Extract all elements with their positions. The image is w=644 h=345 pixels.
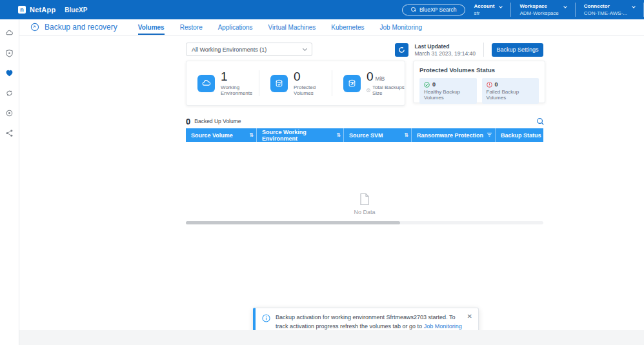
table-title-row: 0 Backed Up Volume <box>186 115 545 127</box>
search-label: BlueXP Search <box>419 6 457 13</box>
backup-settings-button[interactable]: Backup Settings <box>492 43 543 57</box>
stat-working-environments: 1 Working Environments <box>186 70 259 96</box>
tab-kubernetes[interactable]: Kubernetes <box>331 19 364 35</box>
column-label: Source Volume <box>191 132 233 139</box>
cloud-icon <box>5 29 14 37</box>
toast-message: Backup activation for working environmen… <box>276 313 463 331</box>
column-label: Source SVM <box>349 132 383 139</box>
gear-icon <box>5 109 14 117</box>
search-icon <box>411 7 416 12</box>
heart-icon <box>5 69 14 77</box>
sidebar-item-protection[interactable] <box>5 68 14 77</box>
sort-icon[interactable]: ⇅ <box>249 132 254 138</box>
sort-icon[interactable]: ⇅ <box>404 132 408 138</box>
stat-label: Protected Volumes <box>294 84 332 96</box>
brand-name: NetApp <box>30 6 55 14</box>
sidebar-item-governance[interactable] <box>5 128 14 137</box>
stat-label: Total Backups Size <box>372 84 405 96</box>
protected-volume-icon <box>270 75 288 92</box>
healthy-count: 0 <box>432 81 436 88</box>
product-name: BlueXP <box>65 6 87 14</box>
stat-value: 1 <box>221 70 228 83</box>
column-source-svm[interactable]: Source SVM ⇅ <box>343 128 411 142</box>
table-search-button[interactable] <box>536 117 545 126</box>
no-data-label: No Data <box>354 209 375 215</box>
connector-value: CON-TME-AWS-... <box>584 10 627 16</box>
stat-total-backups-size: 0 MiB Total Backups Size <box>332 70 405 96</box>
connector-menu[interactable]: Connector CON-TME-AWS-... <box>576 3 643 16</box>
info-icon <box>367 88 370 93</box>
last-updated: Last Updated March 31 2023, 19:14:40 <box>414 43 476 57</box>
backed-up-volume-label: Backed Up Volume <box>194 118 241 124</box>
workspace-menu[interactable]: Workspace ADM-Workspace <box>511 3 574 16</box>
column-ransomware-protection[interactable]: Ransomware Protection <box>411 128 495 142</box>
chevron-down-icon <box>499 5 503 8</box>
sort-icon[interactable]: ⇅ <box>336 132 341 138</box>
account-menu[interactable]: Account sfr <box>465 3 510 16</box>
healthy-backup-volumes-box: 0 Healthy Backup Volumes <box>419 78 477 104</box>
search-icon <box>536 117 545 126</box>
failed-count: 0 <box>495 81 498 88</box>
filter-icon[interactable] <box>487 132 492 139</box>
sidebar-item-extensions[interactable] <box>5 108 14 117</box>
tab-applications[interactable]: Applications <box>218 19 253 35</box>
bluexp-search-button[interactable]: BlueXP Search <box>402 5 466 15</box>
column-label: Source Working Environment <box>262 129 336 142</box>
tab-bar: Volumes Restore Applications Virtual Mac… <box>138 19 422 35</box>
tab-volumes[interactable]: Volumes <box>138 19 165 35</box>
info-icon <box>262 314 270 322</box>
status-panel-title: Protected Volumes Status <box>419 66 539 74</box>
left-sidebar <box>0 19 19 345</box>
account-value: sfr <box>474 10 494 16</box>
backup-size-icon <box>343 75 361 92</box>
chevron-down-icon <box>563 5 567 8</box>
share-nodes-icon <box>5 129 14 137</box>
backed-up-volume-count: 0 <box>186 117 190 126</box>
shield-icon <box>5 49 14 57</box>
working-environment-dropdown-value: All Working Environments (1) <box>192 46 267 53</box>
netapp-logo-icon: n <box>18 6 26 14</box>
last-updated-value: March 31 2023, 19:14:40 <box>414 50 476 57</box>
controls-divider <box>483 43 484 57</box>
bottom-strip <box>19 330 644 345</box>
sidebar-item-mobility[interactable] <box>5 88 14 97</box>
column-source-working-environment[interactable]: Source Working Environment ⇅ <box>256 128 343 142</box>
sidebar-item-storage[interactable] <box>5 28 14 37</box>
tab-virtual-machines[interactable]: Virtual Machines <box>268 19 316 35</box>
tab-job-monitoring[interactable]: Job Monitoring <box>380 19 423 35</box>
sidebar-item-health[interactable] <box>5 48 14 57</box>
healthy-label: Healthy Backup Volumes <box>424 89 472 101</box>
summary-card: 1 Working Environments 0 Protected Volum… <box>186 61 405 106</box>
failed-label: Failed Backup Volumes <box>487 89 535 101</box>
no-data-document-icon <box>359 193 370 206</box>
service-title: Backup and recovery <box>30 23 117 32</box>
column-backup-status[interactable]: Backup Status <box>495 128 543 142</box>
workspace-label: Workspace <box>519 3 558 9</box>
refresh-icon <box>398 46 405 54</box>
job-monitoring-link[interactable]: Job Monitoring <box>424 323 462 330</box>
sync-icon <box>5 89 14 97</box>
chevron-down-icon <box>632 5 636 8</box>
cloud-icon <box>197 75 215 92</box>
workspace-value: ADM-Workspace <box>519 10 558 16</box>
refresh-button[interactable] <box>395 43 408 57</box>
column-source-volume[interactable]: Source Volume ⇅ <box>186 128 256 142</box>
backup-recovery-icon <box>30 23 39 32</box>
working-environment-dropdown[interactable]: All Working Environments (1) <box>186 43 312 56</box>
chevron-down-icon <box>303 46 307 51</box>
tab-restore[interactable]: Restore <box>180 19 203 35</box>
close-icon[interactable]: ✕ <box>467 313 472 320</box>
stat-value: 0 <box>294 70 301 83</box>
failed-error-icon <box>487 82 492 88</box>
horizontal-scrollbar-track[interactable] <box>186 221 543 224</box>
column-label: Ransomware Protection <box>417 132 483 139</box>
connector-label: Connector <box>584 3 627 9</box>
top-header: n NetApp BlueXP BlueXP Search Account sf… <box>0 0 644 19</box>
page-title: Backup and recovery <box>45 23 117 32</box>
healthy-check-icon <box>424 82 430 88</box>
column-label: Backup Status <box>501 132 541 139</box>
account-label: Account <box>474 3 494 9</box>
horizontal-scrollbar-thumb[interactable] <box>186 221 400 224</box>
stat-value: 0 <box>367 70 374 83</box>
netapp-logo: n NetApp <box>18 6 55 14</box>
